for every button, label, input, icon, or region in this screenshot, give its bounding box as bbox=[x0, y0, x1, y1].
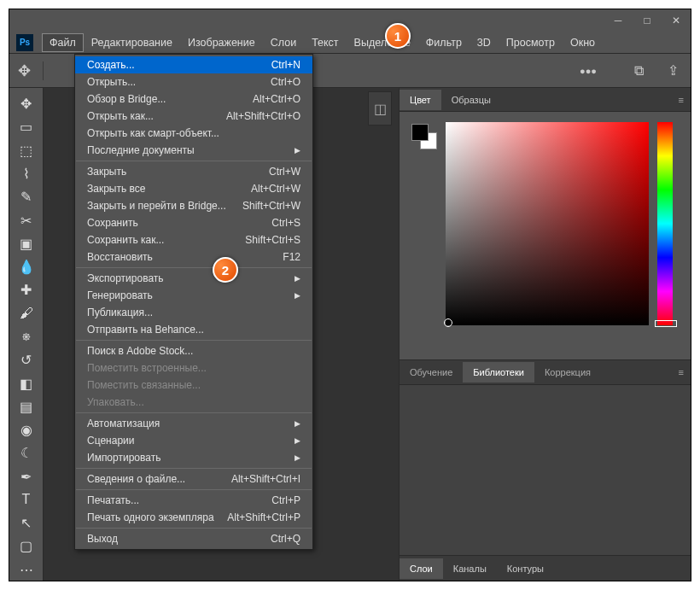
tab-channels[interactable]: Каналы bbox=[443, 558, 497, 579]
share-icon[interactable]: ⇪ bbox=[668, 62, 679, 79]
menu-view[interactable]: Просмотр bbox=[499, 33, 563, 52]
submenu-arrow-icon: ▶ bbox=[295, 274, 300, 283]
tool-frame[interactable]: ▣ bbox=[15, 233, 38, 254]
menu-item[interactable]: Импортировать▶ bbox=[75, 449, 312, 466]
tool-gradient[interactable]: ▤ bbox=[15, 396, 38, 418]
menu-text[interactable]: Текст bbox=[304, 33, 346, 52]
minimize-button[interactable]: ─ bbox=[610, 13, 626, 28]
menu-item[interactable]: Открыть...Ctrl+O bbox=[75, 73, 312, 91]
tab-adjustments[interactable]: Коррекция bbox=[534, 362, 601, 383]
tool-eyedropper[interactable]: 💧 bbox=[15, 256, 38, 277]
collapsed-panel-icon[interactable]: ◫ bbox=[368, 91, 392, 126]
tool-pen[interactable]: ✒ bbox=[15, 466, 38, 488]
menu-item[interactable]: Экспортировать▶ bbox=[75, 270, 312, 287]
menu-separator bbox=[76, 489, 312, 490]
tab-paths[interactable]: Контуры bbox=[497, 558, 554, 579]
menu-edit[interactable]: Редактирование bbox=[84, 33, 180, 52]
menu-item[interactable]: Открыть как...Alt+Shift+Ctrl+O bbox=[75, 108, 312, 125]
tool-crop[interactable]: ✂ bbox=[15, 209, 38, 231]
tab-swatches[interactable]: Образцы bbox=[441, 90, 501, 110]
menu-item[interactable]: Обзор в Bridge...Alt+Ctrl+O bbox=[75, 91, 312, 108]
menu-item[interactable]: Поиск в Adobe Stock... bbox=[75, 342, 312, 359]
3d-mode-icon[interactable]: ⧉ bbox=[634, 63, 644, 79]
menu-item[interactable]: Создать...Ctrl+N bbox=[75, 56, 312, 73]
tool-brush[interactable]: 🖌 bbox=[15, 303, 38, 324]
tab-libraries[interactable]: Библиотеки bbox=[463, 362, 534, 383]
tool-clone[interactable]: ⎈ bbox=[15, 326, 38, 348]
menu-item-label: Сохранить bbox=[87, 217, 138, 229]
menu-item: Поместить встроенные... bbox=[75, 359, 312, 377]
submenu-arrow-icon: ▶ bbox=[295, 436, 300, 445]
menu-item[interactable]: Последние документы▶ bbox=[75, 142, 312, 159]
tool-type[interactable]: T bbox=[15, 489, 38, 511]
menu-item[interactable]: ВыходCtrl+Q bbox=[75, 530, 312, 547]
foreground-swatch[interactable] bbox=[411, 124, 429, 141]
menu-item-shortcut: Alt+Shift+Ctrl+I bbox=[231, 473, 300, 485]
menu-item: Поместить связанные... bbox=[75, 377, 312, 394]
tool-history-brush[interactable]: ↺ bbox=[15, 349, 38, 371]
tool-path-select[interactable]: ↖ bbox=[15, 512, 38, 534]
tool-blur[interactable]: ◉ bbox=[15, 419, 38, 441]
menu-item[interactable]: Закрыть всеAlt+Ctrl+W bbox=[75, 180, 312, 197]
menu-item-label: Поиск в Adobe Stock... bbox=[87, 345, 193, 357]
menu-item-shortcut: F12 bbox=[283, 251, 300, 263]
tool-quick-select[interactable]: ✎ bbox=[15, 186, 38, 207]
tool-eraser[interactable]: ◧ bbox=[15, 372, 38, 394]
menu-item-label: Автоматизация bbox=[87, 418, 160, 429]
tool-lasso[interactable]: ⌇ bbox=[15, 163, 38, 184]
menu-item[interactable]: Печатать...Ctrl+P bbox=[75, 492, 312, 509]
tool-rectangle[interactable]: ▢ bbox=[15, 535, 38, 557]
menu-item-label: Сценарии bbox=[87, 435, 134, 447]
menu-item-shortcut: Ctrl+W bbox=[269, 166, 300, 178]
menu-item-label: Открыть как смарт-объект... bbox=[87, 127, 219, 139]
annotation-badge-1: 1 bbox=[385, 23, 411, 49]
menu-separator bbox=[76, 340, 312, 341]
hue-slider[interactable] bbox=[657, 122, 673, 325]
menu-item[interactable]: Печать одного экземпляраAlt+Shift+Ctrl+P bbox=[75, 509, 312, 526]
menu-item-label: Публикация... bbox=[87, 307, 153, 318]
fg-bg-swatch[interactable] bbox=[411, 124, 437, 149]
menu-separator bbox=[76, 528, 312, 529]
menu-file[interactable]: Файл bbox=[42, 33, 84, 52]
menu-image[interactable]: Изображение bbox=[180, 33, 263, 52]
tool-move[interactable]: ✥ bbox=[15, 93, 38, 114]
menu-item[interactable]: Сохранить как...Shift+Ctrl+S bbox=[75, 231, 312, 248]
menu-item[interactable]: Генерировать▶ bbox=[75, 287, 312, 304]
tools-panel: ✥ ▭ ⬚ ⌇ ✎ ✂ ▣ 💧 ✚ 🖌 ⎈ ↺ ◧ ▤ ◉ ☾ ✒ T ↖ ▢ … bbox=[9, 88, 44, 581]
menu-item[interactable]: Открыть как смарт-объект... bbox=[75, 125, 312, 142]
menu-3d[interactable]: 3D bbox=[470, 33, 499, 52]
tool-artboard[interactable]: ▭ bbox=[15, 116, 38, 137]
align-left-icon[interactable] bbox=[55, 65, 69, 77]
panel-menu-icon[interactable]: ≡ bbox=[672, 367, 691, 377]
menu-item-label: Печатать... bbox=[87, 494, 139, 506]
menu-item[interactable]: Отправить на Behance... bbox=[75, 321, 312, 338]
menu-window[interactable]: Окно bbox=[563, 33, 603, 52]
panel-menu-icon[interactable]: ≡ bbox=[672, 95, 691, 105]
tab-color[interactable]: Цвет bbox=[400, 90, 441, 110]
menu-item[interactable]: Публикация... bbox=[75, 304, 312, 321]
file-menu-dropdown: Создать...Ctrl+NОткрыть...Ctrl+OОбзор в … bbox=[74, 54, 313, 550]
menu-item-shortcut: Ctrl+N bbox=[271, 59, 300, 71]
menu-item[interactable]: Автоматизация▶ bbox=[75, 415, 312, 432]
menu-item[interactable]: Сценарии▶ bbox=[75, 432, 312, 449]
menu-item[interactable]: СохранитьCtrl+S bbox=[75, 214, 312, 231]
tab-learn[interactable]: Обучение bbox=[400, 362, 463, 383]
tool-healing[interactable]: ✚ bbox=[15, 279, 38, 301]
submenu-arrow-icon: ▶ bbox=[295, 419, 300, 428]
tool-more[interactable]: ⋯ bbox=[15, 559, 38, 581]
tab-layers[interactable]: Слои bbox=[400, 558, 443, 579]
menu-separator bbox=[76, 412, 312, 413]
tool-marquee[interactable]: ⬚ bbox=[15, 140, 38, 161]
menu-item[interactable]: ЗакрытьCtrl+W bbox=[75, 163, 312, 180]
color-field[interactable] bbox=[446, 122, 649, 325]
menu-item[interactable]: ВосстановитьF12 bbox=[75, 248, 312, 266]
menu-filter[interactable]: Фильтр bbox=[418, 33, 470, 52]
maximize-button[interactable]: □ bbox=[639, 13, 655, 28]
menu-item[interactable]: Сведения о файле...Alt+Shift+Ctrl+I bbox=[75, 470, 312, 488]
menu-layers[interactable]: Слои bbox=[263, 33, 304, 52]
menu-item-shortcut: Ctrl+P bbox=[271, 494, 300, 506]
close-button[interactable]: ✕ bbox=[668, 13, 684, 28]
tool-dodge[interactable]: ☾ bbox=[15, 442, 38, 464]
more-options-icon[interactable]: ●●● bbox=[580, 66, 597, 76]
menu-item[interactable]: Закрыть и перейти в Bridge...Shift+Ctrl+… bbox=[75, 197, 312, 214]
